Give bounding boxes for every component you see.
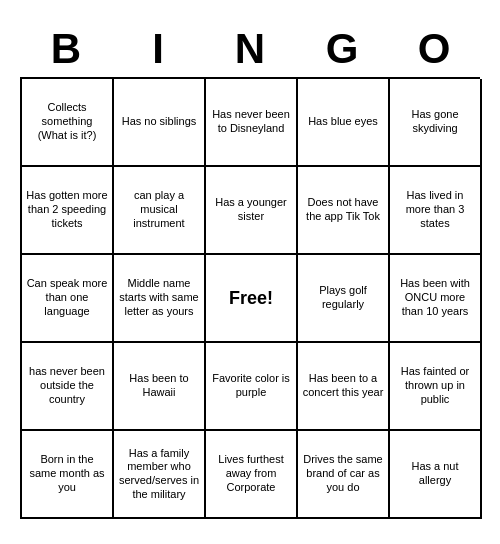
- bingo-cell-n4[interactable]: Favorite color is purple: [206, 343, 298, 431]
- bingo-cell-text: Has no siblings: [122, 115, 197, 129]
- bingo-cell-text: Has been to Hawaii: [118, 372, 200, 400]
- bingo-cell-text: Has been with ONCU more than 10 years: [394, 277, 476, 318]
- bingo-cell-text: Does not have the app Tik Tok: [302, 196, 384, 224]
- bingo-letter-b: B: [22, 25, 110, 73]
- bingo-cell-text: can play a musical instrument: [118, 189, 200, 230]
- bingo-cell-i3[interactable]: Middle name starts with same letter as y…: [114, 255, 206, 343]
- bingo-cell-o3[interactable]: Has been with ONCU more than 10 years: [390, 255, 482, 343]
- bingo-cell-i2[interactable]: can play a musical instrument: [114, 167, 206, 255]
- bingo-cell-g3[interactable]: Plays golf regularly: [298, 255, 390, 343]
- bingo-cell-b3[interactable]: Can speak more than one language: [22, 255, 114, 343]
- bingo-cell-g2[interactable]: Does not have the app Tik Tok: [298, 167, 390, 255]
- bingo-cell-text: Has blue eyes: [308, 115, 378, 129]
- bingo-cell-i5[interactable]: Has a family member who served/serves in…: [114, 431, 206, 519]
- bingo-grid: Collects something (What is it?)Has no s…: [20, 77, 480, 519]
- bingo-cell-text: Has a family member who served/serves in…: [118, 447, 200, 502]
- bingo-cell-n3[interactable]: Free!: [206, 255, 298, 343]
- bingo-cell-text: Plays golf regularly: [302, 284, 384, 312]
- bingo-cell-b4[interactable]: has never been outside the country: [22, 343, 114, 431]
- bingo-cell-text: Drives the same brand of car as you do: [302, 453, 384, 494]
- bingo-cell-g5[interactable]: Drives the same brand of car as you do: [298, 431, 390, 519]
- bingo-cell-text: Born in the same month as you: [26, 453, 108, 494]
- bingo-cell-text: Favorite color is purple: [210, 372, 292, 400]
- bingo-cell-b5[interactable]: Born in the same month as you: [22, 431, 114, 519]
- bingo-header: BINGO: [20, 25, 480, 73]
- bingo-cell-text: has never been outside the country: [26, 365, 108, 406]
- bingo-letter-i: I: [114, 25, 202, 73]
- bingo-cell-b1[interactable]: Collects something (What is it?): [22, 79, 114, 167]
- bingo-cell-text: Has gotten more than 2 speeding tickets: [26, 189, 108, 230]
- bingo-letter-g: G: [298, 25, 386, 73]
- bingo-cell-b2[interactable]: Has gotten more than 2 speeding tickets: [22, 167, 114, 255]
- bingo-cell-text: Has lived in more than 3 states: [394, 189, 476, 230]
- bingo-cell-text: Has gone skydiving: [394, 108, 476, 136]
- bingo-cell-text: Free!: [229, 287, 273, 310]
- bingo-letter-o: O: [390, 25, 478, 73]
- bingo-cell-text: Has a younger sister: [210, 196, 292, 224]
- bingo-cell-text: Lives furthest away from Corporate: [210, 453, 292, 494]
- bingo-cell-text: Has been to a concert this year: [302, 372, 384, 400]
- bingo-cell-i4[interactable]: Has been to Hawaii: [114, 343, 206, 431]
- bingo-cell-n5[interactable]: Lives furthest away from Corporate: [206, 431, 298, 519]
- bingo-cell-g1[interactable]: Has blue eyes: [298, 79, 390, 167]
- bingo-cell-text: Can speak more than one language: [26, 277, 108, 318]
- bingo-cell-text: Collects something (What is it?): [26, 101, 108, 142]
- bingo-cell-n1[interactable]: Has never been to Disneyland: [206, 79, 298, 167]
- bingo-cell-text: Middle name starts with same letter as y…: [118, 277, 200, 318]
- bingo-cell-n2[interactable]: Has a younger sister: [206, 167, 298, 255]
- bingo-cell-text: Has never been to Disneyland: [210, 108, 292, 136]
- bingo-card: BINGO Collects something (What is it?)Ha…: [10, 15, 490, 529]
- bingo-cell-i1[interactable]: Has no siblings: [114, 79, 206, 167]
- bingo-cell-o4[interactable]: Has fainted or thrown up in public: [390, 343, 482, 431]
- bingo-cell-o1[interactable]: Has gone skydiving: [390, 79, 482, 167]
- bingo-letter-n: N: [206, 25, 294, 73]
- bingo-cell-o2[interactable]: Has lived in more than 3 states: [390, 167, 482, 255]
- bingo-cell-g4[interactable]: Has been to a concert this year: [298, 343, 390, 431]
- bingo-cell-o5[interactable]: Has a nut allergy: [390, 431, 482, 519]
- bingo-cell-text: Has a nut allergy: [394, 460, 476, 488]
- bingo-cell-text: Has fainted or thrown up in public: [394, 365, 476, 406]
